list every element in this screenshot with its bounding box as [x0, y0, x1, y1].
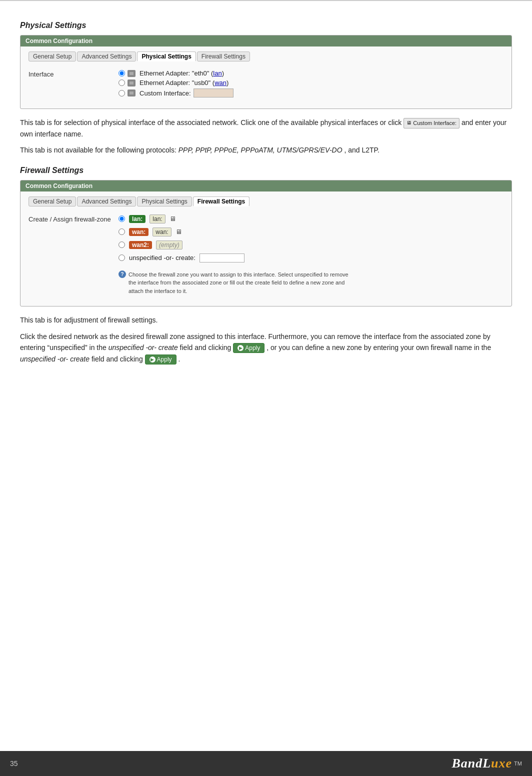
fw-wan2-radio[interactable] [118, 242, 125, 248]
firewall-zone-options: lan: lan: 🖥 wan: wan: 🖥 [118, 214, 348, 296]
adapter-icon-usb0 [128, 80, 136, 86]
physical-config-header: Common Configuration [20, 36, 512, 46]
tab-advanced-settings-2[interactable]: Advanced Settings [77, 196, 136, 206]
fw-lan-option[interactable]: lan: lan: 🖥 [118, 214, 348, 224]
firewall-settings-title: Firewall Settings [20, 166, 512, 175]
adapter-icon-inline: 🖥 [406, 119, 412, 127]
tab-firewall-settings-2[interactable]: Firewall Settings [193, 196, 250, 206]
fw-desc2-italic2: unspecified -or- create [20, 355, 90, 363]
physical-desc2-start: This tab is not available for the follow… [20, 146, 176, 154]
fw-wan-badge: wan: [129, 228, 148, 236]
custom-interface-inline-label: Custom Interface: [413, 119, 456, 128]
custom-option[interactable]: Custom Interface: [118, 88, 234, 98]
firewall-config-header: Common Configuration [20, 180, 512, 192]
firewall-zone-row: Create / Assign firewall-zone lan: lan: … [28, 212, 504, 298]
physical-desc2-end: , and L2TP. [344, 146, 380, 154]
tab-firewall-settings-1[interactable]: Firewall Settings [197, 52, 250, 62]
eth0-option[interactable]: Ethernet Adapter: "eth0" (lan) [118, 70, 234, 77]
tab-general-setup-2[interactable]: General Setup [28, 196, 76, 206]
physical-desc1: This tab is for selection of physical in… [20, 118, 402, 126]
custom-interface-input[interactable] [194, 88, 234, 98]
firewall-config-box: Common Configuration General Setup Advan… [20, 180, 512, 307]
apply-button-1[interactable]: ▶ Apply [233, 343, 264, 353]
page-number: 35 [10, 760, 18, 768]
tab-physical-settings-1[interactable]: Physical Settings [137, 52, 196, 62]
fw-wan-icon: 🖥 [176, 228, 182, 236]
custom-label: Custom Interface: [140, 90, 191, 97]
apply-icon-2: ▶ [150, 356, 156, 362]
wan-link[interactable]: wan [214, 79, 226, 86]
trademark-symbol: TM [514, 760, 522, 766]
bottom-bar: 35 BandLuxe TM [0, 751, 532, 776]
custom-radio[interactable] [118, 90, 125, 96]
fw-wan2-option[interactable]: wan2: (empty) [118, 240, 348, 250]
fw-info-box: Choose the firewall zone you want to ass… [118, 270, 348, 296]
interface-row: Interface Ethernet Adapter: "eth0" (lan)… [28, 66, 504, 100]
brand-name: BandLuxe [452, 756, 512, 771]
apply-icon-1: ▶ [238, 345, 244, 351]
fw-wan2-detail: (empty) [156, 240, 182, 250]
usb0-option[interactable]: Ethernet Adapter: "usb0" (wan) [118, 79, 234, 86]
tab-general-setup-1[interactable]: General Setup [28, 52, 76, 62]
eth0-radio[interactable] [118, 70, 125, 76]
fw-lan-badge: lan: [129, 215, 146, 223]
physical-desc2-protocols: PPP, PPtP, PPPoE, PPPoATM, UTMS/GPRS/EV-… [178, 146, 342, 154]
apply-label-2: Apply [157, 356, 172, 363]
fw-wan-detail: wan: [152, 228, 171, 236]
fw-desc1: This tab is for adjustment of firewall s… [20, 316, 158, 324]
interface-label: Interface [28, 70, 118, 78]
brand-luxe: uxe [491, 756, 512, 770]
custom-interface-inline: 🖥 Custom Interface: [404, 118, 460, 129]
adapter-icon-eth0 [128, 70, 136, 77]
fw-desc2-italic: unspecified -or- create [108, 344, 178, 352]
tab-advanced-settings-1[interactable]: Advanced Settings [77, 52, 136, 62]
fw-lan-detail: lan: [150, 214, 165, 224]
fw-desc2-cont: , or you can define a new zone by enteri… [266, 344, 491, 352]
physical-settings-title: Physical Settings [20, 21, 512, 30]
fw-unspecified-label: unspecified -or- create: [129, 254, 196, 262]
physical-config-box: Common Configuration General Setup Advan… [20, 35, 512, 109]
eth0-label: Ethernet Adapter: "eth0" (lan) [140, 70, 224, 77]
fw-unspecified-radio[interactable] [118, 254, 125, 261]
firewall-section: Firewall Settings Common Configuration G… [20, 166, 512, 364]
apply-button-2[interactable]: ▶ Apply [145, 354, 176, 364]
usb0-radio[interactable] [118, 80, 125, 86]
fw-lan-radio[interactable] [118, 216, 125, 222]
fw-wan2-badge: wan2: [129, 241, 152, 249]
firewall-zone-label: Create / Assign firewall-zone [28, 214, 118, 223]
physical-description: This tab is for selection of physical in… [20, 117, 512, 156]
adapter-icon-custom [128, 90, 136, 96]
apply-label-1: Apply [245, 344, 260, 352]
firewall-description: This tab is for adjustment of firewall s… [20, 314, 512, 364]
usb0-label: Ethernet Adapter: "usb0" (wan) [140, 79, 228, 86]
fw-desc2-mid: field and clicking [180, 344, 234, 352]
physical-tab-row: General Setup Advanced Settings Physical… [28, 52, 504, 62]
fw-unspecified-option[interactable]: unspecified -or- create: [118, 254, 348, 262]
fw-unspecified-input[interactable] [200, 254, 244, 262]
lan-link[interactable]: lan [213, 70, 222, 77]
brand-logo: BandLuxe TM [452, 756, 522, 771]
fw-desc2-end: field and clicking [92, 355, 145, 363]
fw-wan-option[interactable]: wan: wan: 🖥 [118, 228, 348, 236]
interface-options: Ethernet Adapter: "eth0" (lan) Ethernet … [118, 70, 234, 98]
fw-wan-radio[interactable] [118, 228, 125, 235]
firewall-tab-row: General Setup Advanced Settings Physical… [28, 196, 504, 206]
brand-band: BandL [452, 756, 491, 770]
tab-physical-settings-2[interactable]: Physical Settings [137, 196, 192, 206]
fw-lan-icon: 🖥 [170, 215, 176, 222]
fw-desc2-period: . [178, 355, 180, 363]
